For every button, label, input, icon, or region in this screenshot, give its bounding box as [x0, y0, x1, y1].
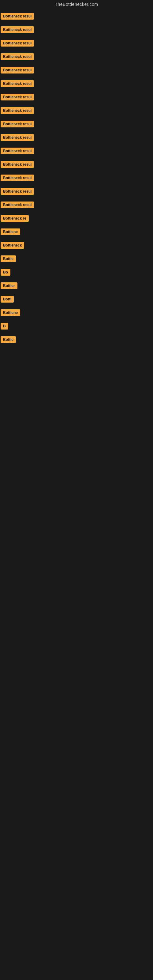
- badge-row: Bottleneck resul: [0, 158, 153, 172]
- badge-row: Bottleneck resul: [0, 23, 153, 37]
- badge-row: Bottle: [0, 333, 153, 347]
- bottleneck-result-badge[interactable]: Bottleneck resul: [1, 107, 34, 114]
- badge-row: Bottleneck resul: [0, 37, 153, 50]
- badge-row: Bottler: [0, 279, 153, 293]
- bottleneck-result-badge[interactable]: Bottlene: [1, 229, 20, 235]
- bottleneck-result-badge[interactable]: Bottleneck resul: [1, 94, 34, 100]
- badge-row: Bottleneck resul: [0, 64, 153, 77]
- site-title: TheBottlenecker.com: [0, 0, 153, 10]
- bottleneck-result-badge[interactable]: Bottleneck resul: [1, 134, 34, 141]
- badge-row: Bottle: [0, 252, 153, 266]
- bottleneck-result-badge[interactable]: Bottle: [1, 336, 16, 343]
- bottleneck-result-badge[interactable]: Bottleneck resul: [1, 26, 34, 33]
- bottleneck-result-badge[interactable]: Bottlene: [1, 309, 20, 316]
- bottleneck-result-badge[interactable]: Bottleneck resul: [1, 53, 34, 60]
- badge-row: Bottleneck resul: [0, 145, 153, 158]
- badge-row: B: [0, 320, 153, 333]
- badge-row: Bottleneck resul: [0, 131, 153, 145]
- badge-row: Bottleneck: [0, 239, 153, 252]
- badge-row: Bottlene: [0, 225, 153, 239]
- badge-row: Bottleneck resul: [0, 185, 153, 199]
- badge-row: Bottleneck resul: [0, 199, 153, 212]
- badge-row: Bottleneck re: [0, 212, 153, 225]
- bottleneck-result-badge[interactable]: Bottl: [1, 296, 14, 302]
- bottleneck-result-badge[interactable]: Bottleneck resul: [1, 202, 34, 208]
- bottleneck-result-badge[interactable]: Bottleneck re: [1, 215, 29, 222]
- bottleneck-result-badge[interactable]: Bottleneck resul: [1, 80, 34, 87]
- bottleneck-result-badge[interactable]: Bottleneck resul: [1, 188, 34, 195]
- badges-container: Bottleneck resulBottleneck resulBottlene…: [0, 10, 153, 347]
- bottleneck-result-badge[interactable]: Bottleneck resul: [1, 121, 34, 127]
- badge-row: Bo: [0, 266, 153, 279]
- badge-row: Bottleneck resul: [0, 10, 153, 23]
- bottleneck-result-badge[interactable]: Bottleneck resul: [1, 148, 34, 154]
- badge-row: Bottleneck resul: [0, 91, 153, 104]
- bottleneck-result-badge[interactable]: Bottleneck resul: [1, 175, 34, 181]
- badge-row: Bottleneck resul: [0, 77, 153, 91]
- bottleneck-result-badge[interactable]: Bottleneck resul: [1, 67, 34, 73]
- badge-row: Bottleneck resul: [0, 172, 153, 185]
- bottleneck-result-badge[interactable]: Bottleneck resul: [1, 40, 34, 46]
- bottleneck-result-badge[interactable]: B: [1, 323, 8, 329]
- bottleneck-result-badge[interactable]: Bottleneck resul: [1, 13, 34, 20]
- badge-row: Bottleneck resul: [0, 50, 153, 64]
- bottleneck-result-badge[interactable]: Bottleneck resul: [1, 161, 34, 168]
- bottleneck-result-badge[interactable]: Bottle: [1, 255, 16, 262]
- badge-row: Bottl: [0, 293, 153, 306]
- badge-row: Bottleneck resul: [0, 118, 153, 131]
- bottleneck-result-badge[interactable]: Bottleneck: [1, 242, 24, 249]
- bottleneck-result-badge[interactable]: Bo: [1, 269, 10, 275]
- bottleneck-result-badge[interactable]: Bottler: [1, 282, 18, 289]
- badge-row: Bottlene: [0, 306, 153, 320]
- badge-row: Bottleneck resul: [0, 104, 153, 118]
